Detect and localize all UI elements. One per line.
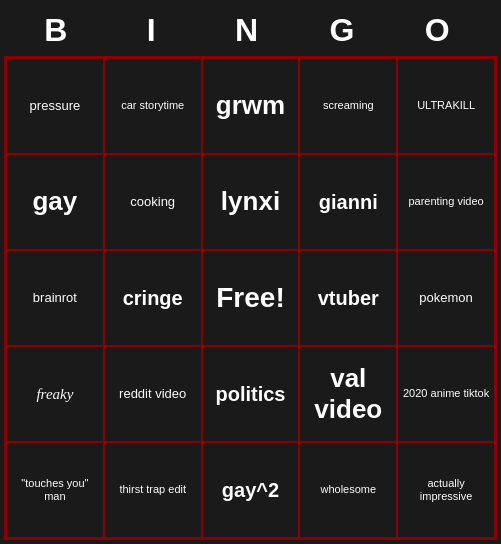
bingo-header: B I N G O: [4, 4, 497, 56]
bingo-cell-13[interactable]: vtuber: [299, 250, 397, 346]
cell-text-16: reddit video: [119, 386, 186, 402]
cell-text-18: val video: [304, 363, 392, 425]
bingo-cell-17[interactable]: politics: [202, 346, 300, 442]
cell-text-14: pokemon: [419, 290, 472, 306]
bingo-cell-19[interactable]: 2020 anime tiktok: [397, 346, 495, 442]
bingo-cell-22[interactable]: gay^2: [202, 442, 300, 538]
cell-text-11: cringe: [123, 286, 183, 310]
bingo-cell-3[interactable]: screaming: [299, 58, 397, 154]
cell-text-15: freaky: [36, 385, 73, 403]
bingo-card: B I N G O pressurecar storytimegrwmscrea…: [0, 0, 501, 544]
cell-text-5: gay: [32, 186, 77, 217]
cell-text-22: gay^2: [222, 478, 279, 502]
bingo-cell-16[interactable]: reddit video: [104, 346, 202, 442]
cell-text-2: grwm: [216, 90, 285, 121]
header-o: O: [398, 12, 484, 49]
bingo-cell-10[interactable]: brainrot: [6, 250, 104, 346]
cell-text-8: gianni: [319, 190, 378, 214]
header-g: G: [303, 12, 389, 49]
cell-text-23: wholesome: [320, 483, 376, 496]
bingo-cell-0[interactable]: pressure: [6, 58, 104, 154]
bingo-cell-23[interactable]: wholesome: [299, 442, 397, 538]
bingo-cell-5[interactable]: gay: [6, 154, 104, 250]
cell-text-0: pressure: [30, 98, 81, 114]
bingo-cell-14[interactable]: pokemon: [397, 250, 495, 346]
bingo-cell-6[interactable]: cooking: [104, 154, 202, 250]
bingo-cell-24[interactable]: actually impressive: [397, 442, 495, 538]
header-i: I: [112, 12, 198, 49]
cell-text-19: 2020 anime tiktok: [403, 387, 489, 400]
cell-text-20: "touches you" man: [11, 477, 99, 503]
bingo-cell-12[interactable]: Free!: [202, 250, 300, 346]
header-n: N: [207, 12, 293, 49]
cell-text-3: screaming: [323, 99, 374, 112]
header-b: B: [17, 12, 103, 49]
bingo-cell-2[interactable]: grwm: [202, 58, 300, 154]
bingo-cell-15[interactable]: freaky: [6, 346, 104, 442]
bingo-cell-20[interactable]: "touches you" man: [6, 442, 104, 538]
bingo-grid: pressurecar storytimegrwmscreamingULTRAK…: [4, 56, 497, 540]
bingo-cell-9[interactable]: parenting video: [397, 154, 495, 250]
bingo-cell-8[interactable]: gianni: [299, 154, 397, 250]
cell-text-6: cooking: [130, 194, 175, 210]
bingo-cell-1[interactable]: car storytime: [104, 58, 202, 154]
bingo-cell-11[interactable]: cringe: [104, 250, 202, 346]
bingo-cell-7[interactable]: lynxi: [202, 154, 300, 250]
cell-text-1: car storytime: [121, 99, 184, 112]
bingo-cell-18[interactable]: val video: [299, 346, 397, 442]
cell-text-7: lynxi: [221, 186, 280, 217]
cell-text-17: politics: [215, 382, 285, 406]
cell-text-10: brainrot: [33, 290, 77, 306]
cell-text-4: ULTRAKILL: [417, 99, 475, 112]
cell-text-13: vtuber: [318, 286, 379, 310]
bingo-cell-21[interactable]: thirst trap edit: [104, 442, 202, 538]
cell-text-24: actually impressive: [402, 477, 490, 503]
cell-text-12: Free!: [216, 281, 284, 315]
cell-text-21: thirst trap edit: [119, 483, 186, 496]
bingo-cell-4[interactable]: ULTRAKILL: [397, 58, 495, 154]
cell-text-9: parenting video: [408, 195, 483, 208]
